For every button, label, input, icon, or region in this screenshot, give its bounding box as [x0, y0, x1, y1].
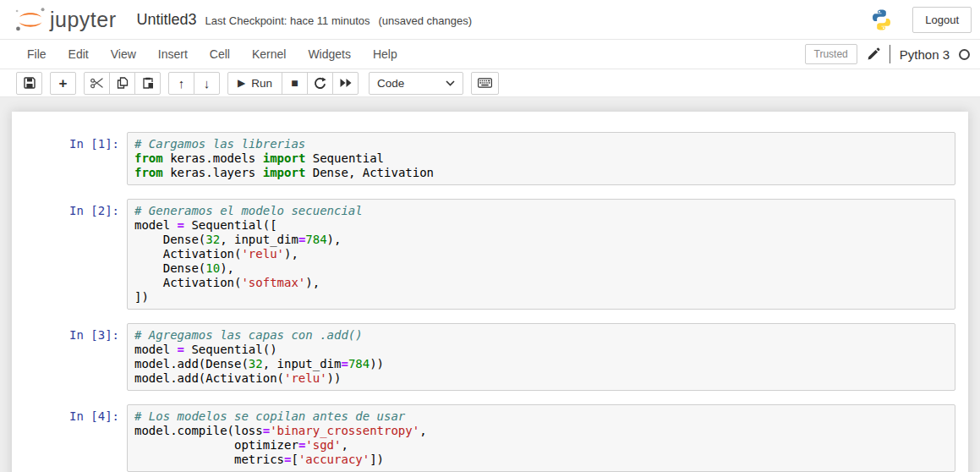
jupyter-logo[interactable]: jupyter: [14, 5, 117, 34]
header-right: Logout: [869, 7, 973, 33]
menu-file[interactable]: File: [16, 47, 57, 61]
notebook-container: In [1]:# Cargamos las librerias from ker…: [12, 112, 968, 472]
play-icon: ▶: [238, 78, 245, 88]
toolbar: + ↑ ↓: [0, 69, 980, 97]
python-logo-icon: [869, 8, 894, 32]
input-prompt: In [2]:: [12, 199, 127, 310]
pencil-icon[interactable]: [867, 47, 880, 61]
kernel-idle-icon: [959, 49, 970, 60]
code-input[interactable]: # Generamos el modelo secuencial model =…: [127, 199, 955, 310]
code-cell[interactable]: In [4]:# Los modelos se copilan antes de…: [12, 404, 968, 472]
menu-kernel[interactable]: Kernel: [241, 47, 297, 61]
header: jupyter Untitled3 Last Checkpoint: hace …: [0, 0, 980, 40]
add-cell-button[interactable]: +: [50, 72, 76, 95]
run-button[interactable]: ▶ Run: [227, 72, 282, 95]
checkpoint-status: Last Checkpoint: hace 11 minutos: [205, 14, 370, 27]
input-prompt: In [3]:: [12, 323, 127, 391]
keyboard-icon: [478, 78, 492, 88]
autosave-status: (unsaved changes): [378, 14, 472, 27]
kernel-name: Python 3: [900, 47, 950, 62]
notebook-cells: In [1]:# Cargamos las librerias from ker…: [12, 132, 968, 472]
run-group: ▶ Run ■: [227, 72, 359, 95]
input-prompt: In [4]:: [12, 404, 127, 472]
code-cell[interactable]: In [3]:# Agregamos las capas con .add() …: [12, 323, 968, 391]
arrow-up-icon: ↑: [178, 77, 185, 90]
trusted-button[interactable]: Trusted: [805, 44, 857, 64]
interrupt-kernel-button[interactable]: ■: [282, 72, 308, 95]
code-text: # Generamos el modelo secuencial model =…: [134, 204, 948, 305]
arrow-down-icon: ↓: [204, 77, 211, 90]
code-input[interactable]: # Agregamos las capas con .add() model =…: [127, 323, 955, 391]
menubar: File Edit View Insert Cell Kernel Widget…: [0, 40, 980, 69]
code-cell[interactable]: In [2]:# Generamos el modelo secuencial …: [12, 199, 968, 310]
save-icon: [24, 77, 36, 89]
menu-help[interactable]: Help: [362, 47, 408, 61]
run-label: Run: [251, 77, 272, 90]
menu-edit[interactable]: Edit: [57, 47, 100, 61]
restart-run-all-button[interactable]: [332, 72, 359, 95]
menu-widgets[interactable]: Widgets: [297, 47, 362, 61]
save-group: [16, 72, 42, 95]
code-cell[interactable]: In [1]:# Cargamos las librerias from ker…: [12, 132, 968, 185]
menu-cell[interactable]: Cell: [199, 47, 241, 61]
cell-type-select[interactable]: Code: [369, 72, 463, 95]
notebook-title[interactable]: Untitled3: [137, 11, 197, 29]
code-input[interactable]: # Los modelos se copilan antes de usar m…: [127, 404, 955, 472]
jupyter-planet-icon: [14, 5, 47, 34]
plus-icon: +: [59, 76, 68, 91]
stop-icon: ■: [291, 77, 298, 89]
logo-text: jupyter: [50, 8, 117, 32]
logout-button[interactable]: Logout: [912, 7, 972, 33]
menubar-divider: [890, 45, 890, 63]
edit-group: [84, 72, 161, 95]
menu-insert[interactable]: Insert: [147, 47, 199, 61]
keyboard-group: [471, 72, 499, 95]
move-cell-up-button[interactable]: ↑: [168, 72, 194, 95]
title-area: Untitled3 Last Checkpoint: hace 11 minut…: [137, 11, 473, 29]
code-text: # Los modelos se copilan antes de usar m…: [134, 409, 948, 467]
menu-view[interactable]: View: [100, 47, 147, 61]
code-input[interactable]: # Cargamos las librerias from keras.mode…: [127, 132, 955, 185]
save-button[interactable]: [16, 72, 42, 95]
fast-forward-icon: [340, 78, 352, 88]
chevron-down-icon: [446, 80, 455, 86]
copy-icon: [117, 77, 129, 89]
restart-icon: [314, 77, 326, 90]
input-prompt: In [1]:: [12, 132, 127, 185]
copy-cell-button[interactable]: [109, 72, 135, 95]
restart-kernel-button[interactable]: [307, 72, 333, 95]
command-palette-button[interactable]: [471, 72, 499, 95]
move-group: ↑ ↓: [168, 72, 220, 95]
cut-cell-button[interactable]: [84, 72, 110, 95]
paste-icon: [142, 77, 154, 89]
paste-cell-button[interactable]: [134, 72, 161, 95]
menubar-right: Trusted Python 3: [805, 44, 970, 64]
insert-group: +: [50, 72, 76, 95]
code-text: # Cargamos las librerias from keras.mode…: [134, 137, 948, 180]
move-cell-down-button[interactable]: ↓: [194, 72, 220, 95]
cell-type-value: Code: [377, 77, 404, 90]
scissors-icon: [90, 78, 103, 89]
code-text: # Agregamos las capas con .add() model =…: [134, 328, 948, 386]
